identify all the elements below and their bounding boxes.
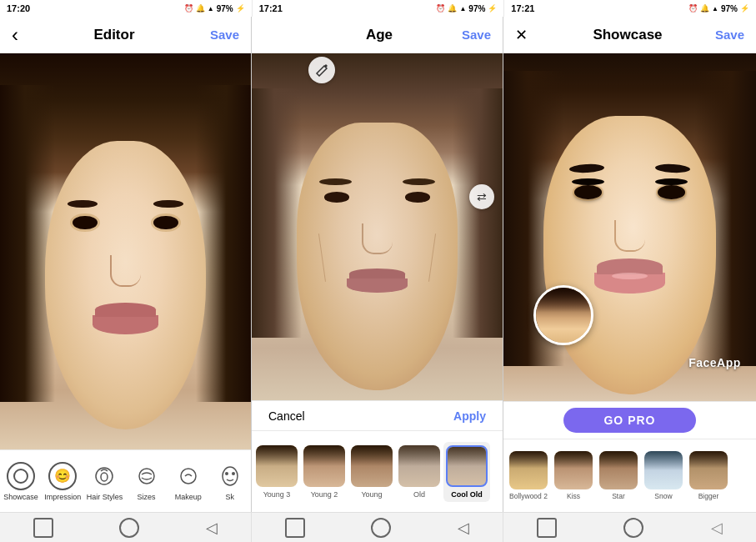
close-button[interactable]: ✕ — [515, 26, 540, 44]
nav-makeup[interactable]: Makeup — [170, 462, 207, 501]
sizes-icon — [133, 462, 161, 490]
snow-thumb — [644, 451, 683, 489]
age-action-bar: Cancel Apply — [252, 400, 503, 430]
filter-coolold-thumb — [446, 445, 488, 487]
status-bar-row: 17:20 ⏰ 🔔 ▲ 97% ⚡ 17:21 ⏰ 🔔 ▲ 97% ⚡ 17:2… — [0, 0, 756, 17]
showcase-icon — [7, 462, 35, 490]
nav-impression[interactable]: 😊 Impression — [44, 462, 81, 501]
bottom-nav-3: ◁ — [503, 513, 756, 542]
eye-right-older — [405, 192, 430, 202]
status-bar-2: 17:21 ⏰ 🔔 ▲ 97% ⚡ — [253, 0, 505, 17]
svg-point-4 — [223, 467, 238, 485]
filter-coolold[interactable]: Cool Old — [443, 442, 490, 502]
lip-highlight — [612, 273, 647, 279]
editor-save-button[interactable]: Save — [210, 28, 239, 42]
nav-back-3[interactable]: ◁ — [711, 519, 723, 537]
lips-upper-showcase — [597, 258, 663, 274]
nav-impression-label: Impression — [44, 493, 81, 501]
nav-sk[interactable]: Sk — [212, 462, 248, 501]
apply-button[interactable]: Apply — [453, 409, 486, 423]
filter-young2-label: Young 2 — [311, 490, 338, 499]
showcase-filter-bigger[interactable]: Bigger — [687, 448, 730, 504]
showcase-filter-snow[interactable]: Snow — [642, 448, 685, 504]
panels-row: ‹ Editor Save — [0, 17, 756, 512]
showcase-filter-kiss[interactable]: Kiss — [552, 448, 595, 504]
filter-coolold-label: Cool Old — [451, 490, 483, 499]
nav-showcase[interactable]: Showcase — [3, 462, 39, 501]
faceapp-watermark: FaceApp — [688, 356, 741, 369]
arrows-icon-float[interactable]: ⇄ — [469, 184, 494, 209]
editor-nav: Showcase 😊 Impression Hair Styles — [0, 449, 251, 512]
go-pro-button[interactable]: GO PRO — [563, 408, 695, 433]
nav-back-2[interactable]: ◁ — [458, 519, 469, 537]
eyebrow-right-older — [403, 178, 435, 185]
nav-hairstyles[interactable]: Hair Styles — [86, 462, 123, 501]
status-bar-1: 17:20 ⏰ 🔔 ▲ 97% ⚡ — [0, 0, 253, 17]
nav-circle-2[interactable] — [371, 518, 391, 538]
filter-old-label: Old — [413, 490, 425, 499]
edit-icon-float[interactable] — [308, 57, 335, 83]
impression-icon: 😊 — [48, 462, 77, 490]
filter-young3[interactable]: Young 3 — [253, 442, 300, 502]
filter-young2-thumb — [303, 445, 345, 487]
battery-3: 97% — [721, 4, 738, 13]
svg-point-3 — [181, 469, 196, 484]
svg-point-2 — [139, 469, 154, 484]
svg-point-1 — [101, 473, 108, 481]
bollywood2-thumb — [509, 451, 548, 489]
nav-square-1[interactable] — [33, 518, 53, 538]
nav-square-3[interactable] — [537, 518, 557, 538]
showcase-filter-star[interactable]: Star — [597, 448, 640, 504]
battery-1: 97% — [217, 4, 233, 13]
hair-right-older — [453, 88, 503, 339]
snow-label: Snow — [654, 492, 672, 500]
showcase-header: ✕ Showcase Save — [503, 17, 756, 53]
filter-young2[interactable]: Young 2 — [301, 442, 348, 502]
go-pro-area: GO PRO — [503, 401, 756, 439]
showcase-title: Showcase — [593, 27, 662, 43]
panel-showcase: ✕ Showcase Save — [503, 17, 756, 512]
showcase-skin — [543, 116, 715, 394]
app-container: 17:20 ⏰ 🔔 ▲ 97% ⚡ 17:21 ⏰ 🔔 ▲ 97% ⚡ 17:2… — [0, 0, 756, 542]
status-bar-3: 17:21 ⏰ 🔔 ▲ 97% ⚡ — [504, 0, 756, 17]
age-title: Age — [366, 27, 393, 43]
filter-young3-label: Young 3 — [263, 490, 291, 499]
time-2: 17:21 — [259, 3, 283, 13]
panel-age: Age Save — [252, 17, 503, 512]
filter-young-label: Young — [361, 490, 382, 499]
svg-point-5 — [225, 472, 228, 475]
age-save-button[interactable]: Save — [462, 28, 491, 42]
bottom-nav-2: ◁ — [252, 513, 503, 542]
panel-editor: ‹ Editor Save — [0, 17, 252, 512]
hair-left-older — [252, 88, 302, 339]
kiss-thumb — [554, 451, 593, 489]
battery-2: 97% — [468, 4, 485, 13]
lips-older — [347, 279, 407, 293]
age-header: Age Save — [252, 17, 503, 53]
nav-circle-1[interactable] — [119, 518, 139, 538]
back-button[interactable]: ‹ — [12, 25, 18, 45]
bottom-nav-1: ◁ — [0, 513, 252, 542]
nose-young — [110, 255, 140, 287]
showcase-save-button[interactable]: Save — [715, 28, 744, 42]
star-label: Star — [612, 492, 625, 500]
eye-right-young — [153, 216, 178, 230]
nav-square-2[interactable] — [285, 518, 305, 538]
hairstyles-icon — [90, 462, 118, 490]
nav-back-1[interactable]: ◁ — [206, 519, 218, 537]
filter-old[interactable]: Old — [396, 442, 443, 502]
showcase-filter-bollywood2[interactable]: Bollywood 2 — [507, 448, 550, 504]
makeup-icon — [174, 462, 203, 490]
showcase-photo-area: FaceApp — [503, 53, 756, 401]
time-1: 17:20 — [7, 3, 30, 13]
filter-young[interactable]: Young — [348, 442, 395, 502]
bollywood2-label: Bollywood 2 — [509, 492, 548, 500]
lips-young — [93, 315, 158, 335]
nav-sizes[interactable]: Sizes — [128, 462, 165, 501]
nav-sk-label: Sk — [226, 493, 235, 501]
nav-makeup-label: Makeup — [175, 493, 202, 501]
nav-circle-3[interactable] — [623, 518, 643, 538]
kiss-label: Kiss — [567, 492, 580, 500]
small-circle-thumbnail — [533, 285, 593, 345]
cancel-button[interactable]: Cancel — [268, 409, 305, 423]
